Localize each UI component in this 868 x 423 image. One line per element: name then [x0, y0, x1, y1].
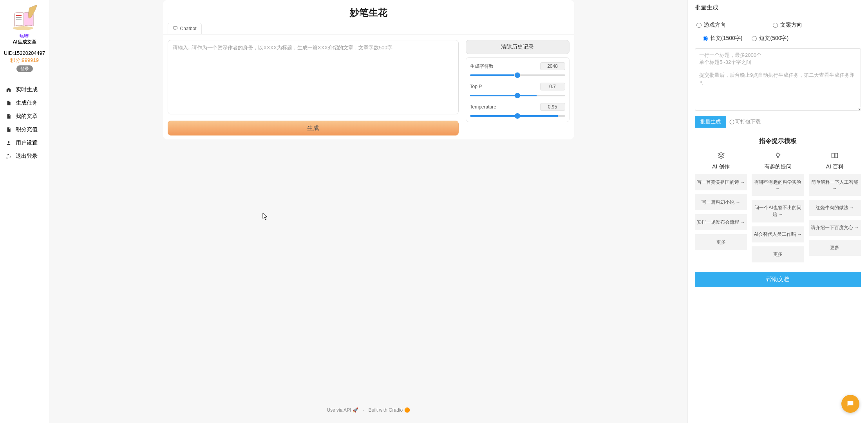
gradio-footer: Use via API 🚀 · Built with Gradio 🟠 — [163, 405, 574, 415]
built-with-gradio: Built with Gradio — [369, 407, 403, 413]
uid-label: UID:15220204497 — [4, 50, 45, 56]
template-item-1-2[interactable]: AI会替代人类工作吗 → — [752, 226, 804, 242]
template-item-1-1[interactable]: 问一个AI也答不出的问题 → — [752, 200, 804, 222]
svg-rect-2 — [16, 17, 22, 18]
template-title: 指令提示模板 — [695, 137, 861, 145]
template-head: AI 创作 — [712, 163, 730, 170]
nav-label: 生成任务 — [16, 99, 38, 107]
home-icon — [5, 87, 12, 93]
template-grid: AI 创作写一首赞美祖国的诗 →写一篇科幻小说 →安排一场发布会流程 →更多有趣… — [695, 151, 861, 266]
template-item-0-3[interactable]: 更多 — [695, 234, 747, 250]
nav-label: 积分充值 — [16, 126, 38, 133]
template-item-0-1[interactable]: 写一篇科幻小说 → — [695, 194, 747, 210]
main-area: 妙笔生花 Chatbot 生成 清除历史记录 — [49, 0, 688, 423]
brand-line2: AI生成文章 — [13, 39, 36, 45]
params-box: 生成字符数 2048 Top P 0.7 Temperature — [466, 57, 570, 122]
top-p-label: Top P — [470, 84, 482, 89]
char-count-value: 2048 — [540, 62, 565, 70]
template-column-1: 有趣的提问有哪些有趣的科学实验 →问一个AI也答不出的问题 →AI会替代人类工作… — [752, 151, 804, 266]
brand-line1: 玩转! — [13, 33, 36, 39]
radio-short-text[interactable]: 短文(500字) — [752, 35, 788, 42]
nav-label: 用户设置 — [16, 139, 38, 146]
login-button[interactable]: 登录 — [16, 65, 33, 72]
template-item-2-0[interactable]: 简单解释一下人工智能 → — [809, 174, 861, 196]
batch-title: 批量生成 — [695, 4, 861, 11]
user-icon — [5, 140, 12, 146]
file-icon — [5, 127, 12, 133]
svg-point-0 — [13, 26, 33, 30]
char-count-label: 生成字符数 — [470, 63, 494, 70]
template-item-0-2[interactable]: 安排一场发布会流程 → — [695, 214, 747, 230]
top-p-slider[interactable] — [470, 95, 565, 96]
pack-hint-text: 可打包下载 — [735, 118, 761, 125]
logo — [9, 3, 40, 34]
right-panel: 批量生成 游戏方向 文案方向 长文(1500字) 短文(500字) 批量生成 可… — [688, 0, 868, 423]
svg-point-4 — [8, 141, 10, 143]
top-p-value: 0.7 — [540, 83, 565, 90]
sidebar: 玩转! AI生成文章 UID:15220204497 积分:999919 登录 … — [0, 0, 49, 423]
template-item-2-1[interactable]: 红烧牛肉的做法 → — [809, 200, 861, 216]
template-item-0-0[interactable]: 写一首赞美祖国的诗 → — [695, 174, 747, 190]
tab-chatbot[interactable]: Chatbot — [168, 23, 202, 34]
template-item-2-3[interactable]: 更多 — [809, 240, 861, 256]
tab-label: Chatbot — [180, 26, 197, 31]
nav-item-3[interactable]: 积分充值 — [3, 123, 49, 136]
prompt-input[interactable] — [168, 40, 459, 114]
clear-history-button[interactable]: 清除历史记录 — [466, 40, 570, 54]
generate-button[interactable]: 生成 — [168, 121, 459, 136]
radio-long-text[interactable]: 长文(1500字) — [703, 35, 742, 42]
template-head: 有趣的提问 — [764, 163, 792, 170]
recycle-icon — [5, 153, 12, 159]
svg-rect-3 — [16, 19, 22, 20]
template-item-1-0[interactable]: 有哪些有趣的科学实验 → — [752, 174, 804, 196]
nav-label: 退出登录 — [16, 153, 38, 160]
page-title: 妙笔生花 — [163, 0, 574, 23]
file-icon — [5, 113, 12, 119]
nav-label: 我的文章 — [16, 113, 38, 120]
radio-copy-direction[interactable]: 文案方向 — [773, 22, 802, 29]
pack-download-hint: 可打包下载 — [729, 118, 761, 125]
template-column-0: AI 创作写一首赞美祖国的诗 →写一篇科幻小说 →安排一场发布会流程 →更多 — [695, 151, 747, 254]
nav-item-1[interactable]: 生成任务 — [3, 96, 49, 110]
temperature-slider[interactable] — [470, 115, 565, 117]
use-via-api-link[interactable]: Use via API — [327, 407, 351, 413]
chat-icon — [173, 25, 178, 32]
tabs: Chatbot — [163, 23, 574, 34]
brand: 玩转! AI生成文章 — [13, 33, 36, 45]
file-icon — [5, 100, 12, 106]
template-head: AI 百科 — [826, 163, 844, 170]
nav-item-2[interactable]: 我的文章 — [3, 110, 49, 123]
nav-item-5[interactable]: 退出登录 — [3, 150, 49, 163]
batch-input[interactable] — [695, 48, 861, 111]
template-item-1-3[interactable]: 更多 — [752, 246, 804, 262]
nav-label: 实时生成 — [16, 86, 38, 93]
floating-chat-button[interactable] — [841, 395, 859, 413]
stack-icon — [717, 151, 725, 160]
chat-bubble-icon — [846, 400, 855, 408]
svg-point-9 — [776, 153, 779, 156]
template-item-2-2[interactable]: 请介绍一下百度文心 → — [809, 220, 861, 236]
book-icon — [831, 151, 839, 160]
help-doc-button[interactable]: 帮助文档 — [695, 272, 861, 287]
radio-game-label: 游戏方向 — [704, 22, 726, 29]
nav: 实时生成生成任务我的文章积分充值用户设置退出登录 — [0, 83, 49, 163]
char-count-slider[interactable] — [470, 74, 565, 76]
bulb-icon — [774, 151, 782, 160]
gradio-icon: 🟠 — [404, 407, 410, 413]
batch-generate-button[interactable]: 批量生成 — [695, 116, 726, 128]
svg-rect-1 — [16, 15, 22, 16]
info-icon — [729, 119, 734, 125]
nav-item-0[interactable]: 实时生成 — [3, 83, 49, 96]
radio-game-direction[interactable]: 游戏方向 — [696, 22, 726, 29]
radio-copy-label: 文案方向 — [780, 22, 802, 29]
svg-rect-5 — [173, 27, 177, 29]
temperature-value: 0.95 — [540, 103, 565, 111]
template-column-2: AI 百科简单解释一下人工智能 →红烧牛肉的做法 →请介绍一下百度文心 →更多 — [809, 151, 861, 260]
nav-item-4[interactable]: 用户设置 — [3, 136, 49, 150]
points-label: 积分:999919 — [10, 57, 39, 64]
temperature-label: Temperature — [470, 104, 496, 110]
radio-long-label: 长文(1500字) — [710, 35, 742, 42]
rocket-icon: 🚀 — [353, 407, 358, 413]
radio-short-label: 短文(500字) — [759, 35, 788, 42]
